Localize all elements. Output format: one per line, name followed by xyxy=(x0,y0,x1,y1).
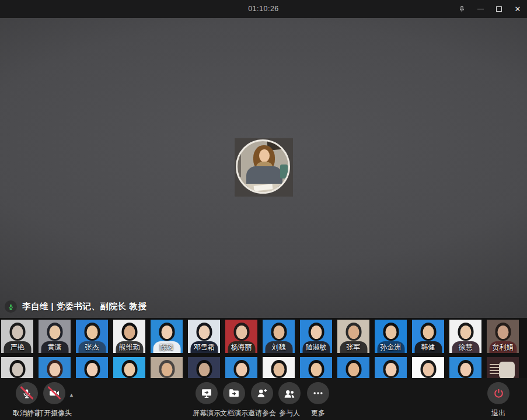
exit-button[interactable]: 退出 xyxy=(481,382,516,418)
avatar-face xyxy=(310,326,322,339)
participant-thumbnail[interactable]: 邓雪霜 xyxy=(188,320,220,353)
participant-thumbnail[interactable] xyxy=(113,357,145,378)
card-text-lines xyxy=(490,364,499,374)
participant-name: 张军 xyxy=(337,342,369,352)
avatar-face xyxy=(273,326,284,339)
participant-thumbnail[interactable] xyxy=(39,357,71,378)
titlebar: 01:10:26 ✕ xyxy=(0,0,527,18)
avatar-face xyxy=(12,363,23,376)
active-speaker-banner: 李自维 | 党委书记、副院长 教授 xyxy=(5,300,146,313)
document-share-icon xyxy=(223,382,245,404)
participant-row-1: 严艳 黄潇 张杰 熊维勤 陈璐 邓雪霜 杨海丽 刘魏 xyxy=(1,320,519,353)
participant-thumbnail[interactable]: 贠利娟 xyxy=(487,320,519,353)
participant-thumbnail[interactable] xyxy=(225,357,257,378)
participant-thumbnail[interactable]: 张杰 xyxy=(76,320,108,353)
screen-share-icon xyxy=(196,382,218,404)
participant-thumbnail[interactable] xyxy=(188,357,220,378)
participant-thumbnail[interactable]: 徐慧 xyxy=(449,320,481,353)
participant-name: 熊维勤 xyxy=(113,342,145,352)
more-button[interactable]: 更多 xyxy=(301,382,336,418)
avatar-face xyxy=(348,363,359,376)
participant-name: 陈璐 xyxy=(151,342,183,352)
participant-thumbnail[interactable]: 陈璐 xyxy=(151,320,183,353)
participant-thumbnail[interactable] xyxy=(412,357,444,378)
avatar-face xyxy=(86,363,97,376)
participant-thumbnail[interactable]: 韩健 xyxy=(412,320,444,353)
participant-filmstrip: 严艳 黄潇 张杰 熊维勤 陈璐 邓雪霜 杨海丽 刘魏 xyxy=(0,318,527,378)
participant-thumbnail[interactable] xyxy=(263,357,295,378)
toolbar: 取消静音 打开摄像头 ▲ 屏幕演示 xyxy=(0,378,527,420)
participant-thumbnail[interactable] xyxy=(1,357,33,378)
meeting-window: { "titlebar": { "timer": "01:10:26", "ic… xyxy=(0,0,527,420)
avatar-face xyxy=(348,326,359,339)
main-video-stage: 李自维 | 党委书记、副院长 教授 xyxy=(0,18,527,318)
avatar-face xyxy=(161,363,172,376)
microphone-muted-icon xyxy=(16,382,38,404)
avatar-face xyxy=(161,326,172,339)
avatar-face xyxy=(86,326,97,339)
participant-row-2 xyxy=(1,357,519,378)
open-camera-button[interactable]: 打开摄像头 xyxy=(37,382,72,418)
chevron-up-icon[interactable]: ▲ xyxy=(69,392,74,398)
shared-card xyxy=(499,362,515,378)
participant-thumbnail[interactable] xyxy=(449,357,481,378)
window-controls: ✕ xyxy=(452,0,527,18)
participant-thumbnail[interactable] xyxy=(300,357,332,378)
participant-thumbnail[interactable]: 严艳 xyxy=(1,320,33,353)
participant-thumbnail[interactable]: 随淑敏 xyxy=(300,320,332,353)
avatar-face xyxy=(236,326,247,339)
participant-thumbnail[interactable]: 孙金洲 xyxy=(375,320,407,353)
avatar-face xyxy=(460,326,471,339)
participant-thumbnail[interactable] xyxy=(337,357,369,378)
avatar-face xyxy=(236,363,247,376)
participants-icon xyxy=(278,382,301,404)
ellipsis-icon xyxy=(307,382,329,404)
participant-name: 徐慧 xyxy=(449,342,481,352)
participant-thumbnail[interactable]: 黄潇 xyxy=(39,320,71,353)
participant-name: 孙金洲 xyxy=(375,342,407,352)
speaker-photo xyxy=(236,139,290,194)
participant-name: 刘魏 xyxy=(263,342,295,352)
active-speaker-video[interactable] xyxy=(235,138,293,197)
maximize-button[interactable] xyxy=(490,0,508,18)
avatar-face xyxy=(385,326,396,339)
invite-person-icon xyxy=(251,382,273,404)
avatar-face xyxy=(12,326,23,339)
pushpin-icon[interactable] xyxy=(452,0,471,18)
meeting-timer: 01:10:26 xyxy=(0,0,527,18)
microphone-active-icon xyxy=(5,300,17,313)
avatar-face xyxy=(198,326,210,339)
participant-name: 邓雪霜 xyxy=(188,342,220,352)
participant-name: 张杰 xyxy=(76,342,108,352)
avatar-face xyxy=(124,326,135,339)
participant-thumbnail[interactable] xyxy=(151,357,183,378)
participant-name: 随淑敏 xyxy=(300,342,332,352)
participant-thumbnail[interactable] xyxy=(375,357,407,378)
participant-name: 杨海丽 xyxy=(225,342,257,352)
minimize-button[interactable] xyxy=(471,0,490,18)
avatar-face xyxy=(423,326,434,339)
participant-name: 贠利娟 xyxy=(487,342,519,352)
avatar-face xyxy=(423,363,434,376)
avatar-face xyxy=(273,363,284,376)
participant-thumbnail[interactable] xyxy=(487,357,519,378)
avatar-face xyxy=(49,326,60,339)
close-button[interactable]: ✕ xyxy=(508,0,527,18)
avatar-face xyxy=(497,326,508,339)
avatar-face xyxy=(385,363,396,376)
avatar-face xyxy=(310,363,322,376)
participant-thumbnail[interactable]: 刘魏 xyxy=(263,320,295,353)
participant-name: 严艳 xyxy=(1,342,33,352)
participant-thumbnail[interactable]: 杨海丽 xyxy=(225,320,257,353)
camera-off-icon xyxy=(43,382,65,404)
participant-name: 黄潇 xyxy=(39,342,71,352)
avatar-face xyxy=(198,363,210,376)
avatar-face xyxy=(49,363,60,376)
power-icon xyxy=(487,382,509,404)
avatar-face xyxy=(460,363,471,376)
participant-thumbnail[interactable] xyxy=(76,357,108,378)
participant-thumbnail[interactable]: 张军 xyxy=(337,320,369,353)
participant-name: 韩健 xyxy=(412,342,444,352)
avatar-face xyxy=(124,363,135,376)
participant-thumbnail[interactable]: 熊维勤 xyxy=(113,320,145,353)
